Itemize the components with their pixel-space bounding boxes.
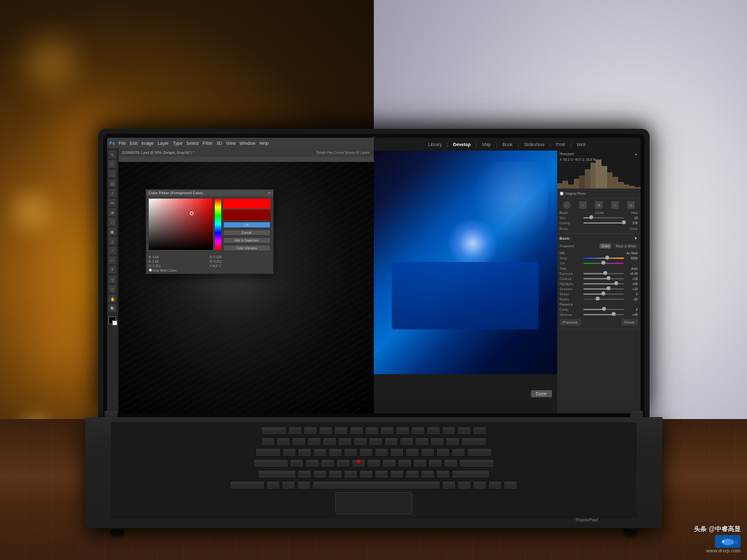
lr-opacity-slider[interactable]	[583, 222, 624, 224]
ps-tool-blur[interactable]: △	[108, 237, 116, 245]
key-v[interactable]	[344, 470, 358, 479]
ps-menu-file[interactable]: File	[119, 141, 126, 145]
key-o[interactable]	[405, 448, 419, 457]
key-f9[interactable]	[411, 426, 425, 435]
key-alt-l[interactable]	[297, 481, 311, 490]
lr-nav-develop[interactable]: Develop	[453, 142, 471, 147]
key-tab[interactable]	[255, 448, 281, 457]
ps-menu-view[interactable]: View	[226, 141, 236, 145]
key-enter[interactable]	[459, 459, 494, 468]
lr-temp-slider[interactable]	[583, 258, 624, 259]
lr-tool-heal-icon[interactable]: ⊕	[595, 201, 603, 209]
cp-add-swatches-button[interactable]: Add to Swatches	[223, 237, 271, 243]
key-s[interactable]	[305, 459, 319, 468]
key-arrow-up[interactable]	[473, 481, 487, 490]
lr-shadows-slider[interactable]	[583, 288, 624, 290]
cp-web-safe[interactable]: Only Web Colors	[149, 268, 271, 272]
key-k[interactable]	[398, 459, 412, 468]
key-f6[interactable]	[365, 426, 379, 435]
lr-treatment-bw[interactable]: Black & White	[614, 243, 637, 249]
key-f4[interactable]	[334, 426, 348, 435]
lr-nav-map[interactable]: Map	[482, 142, 491, 147]
key-b[interactable]	[359, 470, 373, 479]
key-f[interactable]	[336, 459, 350, 468]
lr-size-slider[interactable]	[583, 217, 624, 218]
lr-vibrance-slider[interactable]	[583, 314, 624, 315]
ps-tool-clone[interactable]: ⊕	[108, 208, 116, 216]
key-n[interactable]	[374, 470, 389, 479]
key-f3[interactable]	[319, 426, 333, 435]
key-f2[interactable]	[303, 426, 317, 435]
lr-nav-library[interactable]: Library	[428, 142, 442, 147]
cp-cancel-button[interactable]: Cancel	[223, 229, 271, 236]
ps-tool-text[interactable]: T	[108, 266, 116, 274]
key-0[interactable]	[415, 437, 429, 446]
key-x[interactable]	[313, 470, 327, 479]
ps-menu-select[interactable]: Select	[187, 141, 199, 145]
key-alt-r[interactable]	[442, 481, 456, 490]
key-f7[interactable]	[380, 426, 394, 435]
lr-histogram-arrow[interactable]: ▲	[635, 152, 638, 156]
key-l[interactable]	[413, 459, 427, 468]
key-f12[interactable]	[457, 426, 471, 435]
lr-clarity-slider[interactable]	[583, 309, 624, 310]
ps-menu-edit[interactable]: Edit	[130, 141, 137, 145]
key-i[interactable]	[390, 448, 404, 457]
ps-menu-image[interactable]: Image	[141, 141, 153, 145]
key-del[interactable]	[473, 426, 487, 435]
key-fn[interactable]	[266, 481, 280, 490]
key-space[interactable]	[312, 481, 441, 490]
key-super[interactable]	[281, 481, 296, 490]
lr-contrast-slider[interactable]	[583, 278, 624, 279]
key-slash[interactable]	[436, 470, 450, 479]
key-equals[interactable]	[446, 437, 460, 446]
lr-exposure-slider[interactable]	[583, 273, 624, 274]
ps-tool-path[interactable]: ▽	[108, 276, 116, 283]
key-u[interactable]	[374, 448, 389, 457]
lr-original-checkbox[interactable]	[560, 192, 564, 195]
key-lbracket[interactable]	[436, 448, 450, 457]
lr-nav-web[interactable]: Web	[576, 142, 585, 147]
key-a[interactable]	[290, 459, 304, 468]
ps-tool-hand[interactable]: ✋	[108, 295, 116, 302]
key-backtick[interactable]	[261, 437, 275, 446]
lr-reset-button[interactable]: Reset	[621, 319, 638, 325]
cp-web-safe-checkbox[interactable]	[149, 268, 152, 272]
ps-tool-pen[interactable]: ⌐	[108, 256, 116, 264]
key-z[interactable]	[298, 470, 312, 479]
key-8[interactable]	[384, 437, 398, 446]
key-f5[interactable]	[349, 426, 364, 435]
ps-menu-type[interactable]: Type	[172, 141, 182, 145]
cp-hue-slider[interactable]	[215, 199, 221, 250]
lr-reset-label[interactable]: Reset	[560, 227, 568, 231]
lr-clone-label[interactable]: Clone	[629, 227, 637, 231]
key-y[interactable]	[359, 448, 373, 457]
ps-menu-3d[interactable]: 3D	[217, 141, 222, 145]
ps-tool-lasso[interactable]: ◌	[108, 170, 116, 177]
lr-done-button[interactable]: Done	[531, 390, 552, 397]
key-m[interactable]	[390, 470, 404, 479]
ps-tool-move[interactable]: ↖	[108, 151, 116, 158]
lr-previous-button[interactable]: Previous	[560, 319, 581, 325]
key-t[interactable]	[344, 448, 358, 457]
ps-tool-zoom[interactable]: 🔍	[108, 304, 116, 312]
ps-menu-filter[interactable]: Filter	[203, 141, 213, 145]
key-c[interactable]	[328, 470, 342, 479]
key-9[interactable]	[399, 437, 414, 446]
key-f1[interactable]	[288, 426, 302, 435]
key-g[interactable]	[351, 459, 365, 468]
key-4[interactable]	[323, 437, 337, 446]
key-ctrl-l[interactable]	[230, 481, 265, 490]
cp-spectrum[interactable]	[149, 199, 213, 250]
lr-tool-gradient-icon[interactable]: ▷	[611, 201, 619, 209]
key-f11[interactable]	[442, 426, 456, 435]
lr-highlights-slider[interactable]	[583, 283, 624, 284]
key-w[interactable]	[298, 448, 312, 457]
lr-whites-slider[interactable]	[583, 293, 624, 295]
key-p[interactable]	[421, 448, 435, 457]
key-f8[interactable]	[396, 426, 410, 435]
key-esc[interactable]	[261, 426, 287, 435]
key-semicolon[interactable]	[428, 459, 442, 468]
ps-tool-shape[interactable]: ◇	[108, 285, 116, 293]
key-backspace[interactable]	[461, 437, 487, 446]
